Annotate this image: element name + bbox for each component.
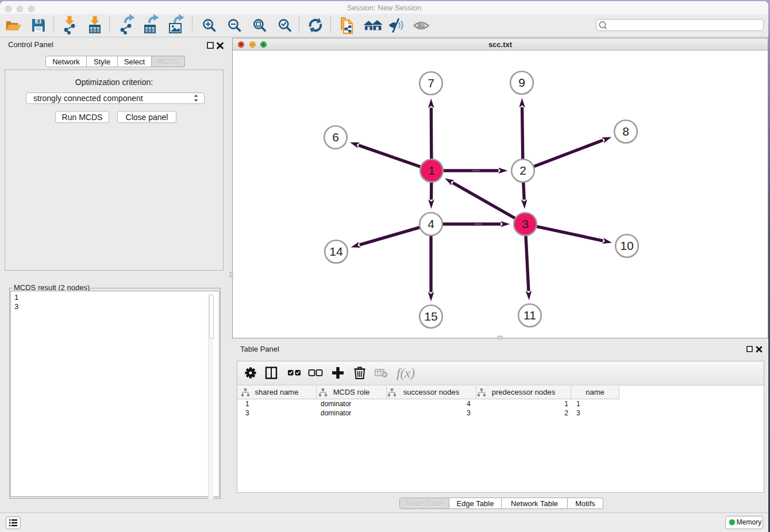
- svg-text:f(x): f(x): [396, 366, 415, 380]
- svg-text:3: 3: [522, 217, 529, 230]
- svg-text:9: 9: [518, 76, 525, 89]
- svg-text:14: 14: [329, 245, 343, 258]
- svg-text:10: 10: [620, 239, 633, 252]
- svg-text:1: 1: [428, 164, 435, 177]
- svg-text:15: 15: [424, 310, 437, 323]
- svg-text:4: 4: [428, 217, 434, 230]
- svg-text:7: 7: [428, 76, 434, 90]
- svg-text:11: 11: [523, 309, 536, 322]
- svg-text:6: 6: [332, 130, 339, 144]
- svg-text:8: 8: [622, 125, 629, 138]
- svg-text:2: 2: [519, 164, 526, 177]
